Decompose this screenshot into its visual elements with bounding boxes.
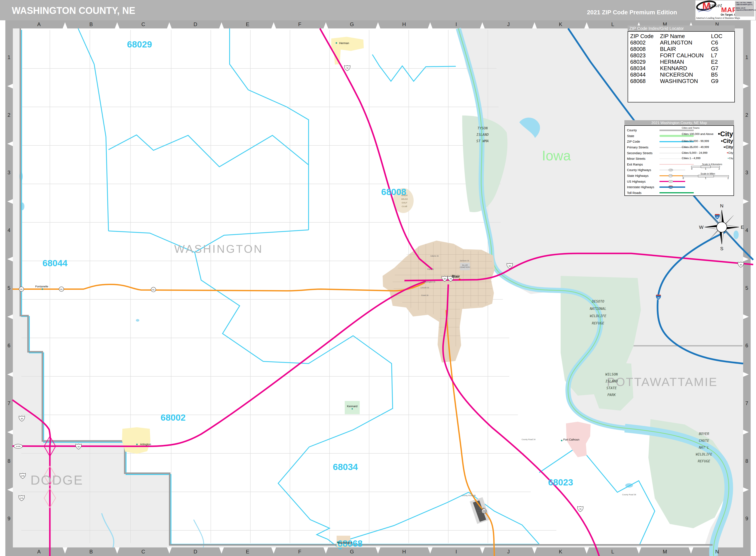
grid-label-top-E: E	[246, 22, 249, 27]
scale-mi-title: Scale in Miles	[683, 172, 733, 175]
table-row: 68002ARLINGTONC6	[630, 39, 732, 46]
zip-index-header: ZIP Code Index/Grid Locator	[628, 26, 735, 31]
table-row: 68068WASHINGTONG9	[630, 78, 732, 84]
ne-91-shield-icon: 91	[60, 288, 63, 290]
grid-label-right-8: 8	[745, 458, 748, 464]
grid-label-left-5: 5	[7, 285, 10, 291]
svg-text:CHUTE: CHUTE	[699, 439, 709, 443]
grid-label-top-L: L	[611, 22, 614, 27]
us-30-shield-icon: 30	[443, 278, 446, 280]
svg-text:Park St: Park St	[427, 268, 434, 270]
legend-panel: County State ZIP Code Primary Streets Se…	[624, 125, 734, 196]
grid-label-right-5: 5	[745, 285, 748, 291]
scale-km-title: Scale in Kilometers	[691, 163, 733, 166]
svg-text:Washington St: Washington St	[423, 281, 435, 283]
svg-text:REFUGE: REFUGE	[592, 321, 604, 325]
call-line2: 1-888-434-MAPS (6277)	[736, 4, 754, 6]
table-row: 68034KENNARDG7	[630, 65, 732, 71]
col-zip-name: ZIP Name	[660, 33, 711, 39]
svg-text:Arlington: Arlington	[140, 443, 151, 446]
svg-text:CEMETERY: CEMETERY	[460, 266, 470, 268]
svg-text:STATE: STATE	[606, 386, 617, 390]
grid-label-top-C: C	[141, 22, 145, 27]
call-line1: CALL US TOLL FREE!	[736, 2, 754, 4]
grid-label-bottom-H: H	[402, 549, 406, 555]
us-275-shield-icon: 275	[20, 497, 23, 499]
grid-label-right-3: 3	[745, 170, 748, 175]
arlington-area	[122, 427, 151, 454]
svg-text:Fort Calhoun: Fort Calhoun	[563, 438, 579, 441]
grid-label-top-J: J	[507, 22, 510, 27]
svg-text:ISLAND: ISLAND	[476, 133, 489, 137]
zip-label-68029: 68029	[127, 39, 152, 49]
svg-text:WILDS: WILDS	[401, 198, 408, 200]
zip-label-68002: 68002	[161, 413, 186, 423]
grid-label-top-A: A	[37, 22, 41, 27]
grid-label-top-H: H	[402, 22, 406, 27]
grid-label-top-G: G	[350, 22, 354, 27]
svg-text:N: N	[720, 203, 723, 209]
grid-label-bottom-F: F	[298, 549, 301, 555]
county-label-pottawattamie: POTTAWATTAMIE	[607, 375, 718, 388]
svg-text:MUNICIPAL: MUNICIPAL	[477, 509, 487, 512]
svg-text:DESOTO: DESOTO	[592, 300, 604, 304]
fort-calhoun-town-dot	[561, 440, 563, 441]
marketmaps-logo: M arket MAPS On Target. On Time. America…	[695, 0, 756, 20]
table-row: 68023FORT CALHOUNL7	[630, 52, 732, 59]
grid-label-bottom-C: C	[141, 549, 145, 555]
grid-label-top-D: D	[194, 22, 197, 27]
page-title: WASHINGTON COUNTY, NE	[12, 5, 135, 16]
svg-text:E: E	[741, 224, 744, 230]
svg-text:ISLAND: ISLAND	[605, 379, 618, 383]
grid-label-left-6: 6	[7, 343, 10, 348]
svg-text:Jackson St: Jackson St	[460, 259, 469, 262]
svg-text:W: W	[699, 224, 703, 230]
us-275-shield-icon: 275	[21, 475, 24, 477]
kennard-town-dot	[352, 408, 353, 410]
svg-text:PARK: PARK	[607, 393, 616, 397]
edition-label: 2021 ZIP Code Premium Edition	[587, 9, 677, 16]
svg-text:WILSON: WILSON	[605, 372, 618, 376]
us-30br-shield-icon: 30-BR	[16, 446, 21, 447]
svg-text:ST WMA: ST WMA	[476, 139, 489, 143]
svg-text:NAT'L: NAT'L	[699, 446, 709, 450]
zip-index-table: ZIP Code ZIP Name LOC 68002ARLINGTONC6 6…	[628, 31, 735, 102]
grid-label-right-2: 2	[745, 112, 748, 118]
svg-text:Grant St: Grant St	[421, 294, 428, 297]
table-row: 68029HERMANE2	[630, 59, 732, 65]
svg-text:Kennard: Kennard	[347, 405, 357, 408]
county-label-dodge: DODGE	[30, 473, 83, 487]
map-sheet: 75 30 75 30 91 91 91 30 30-BR 30 275 275…	[0, 0, 756, 556]
grid-label-top-B: B	[90, 22, 93, 27]
grid-label-left-9: 9	[7, 516, 10, 521]
fontanelle-town-dot	[42, 288, 43, 290]
blair-town-dot	[459, 279, 461, 281]
us-30-shield-icon: 30	[21, 417, 23, 420]
state-label-iowa: Iowa	[542, 148, 571, 163]
svg-text:GOLF: GOLF	[402, 202, 407, 204]
county-label-washington: WASHINGTON	[174, 243, 263, 255]
grid-label-left-8: 8	[7, 458, 10, 464]
grid-label-right-9: 9	[745, 516, 748, 521]
grid-label-top-I: I	[456, 22, 457, 27]
grid-label-bottom-N: N	[715, 549, 719, 555]
svg-text:WILDLIFE: WILDLIFE	[590, 314, 606, 318]
us-75-shield-icon: 75	[450, 278, 452, 280]
svg-text:County Road 34: County Road 34	[522, 439, 535, 441]
svg-text:BLAIR: BLAIR	[462, 264, 468, 266]
county-highway-shield-icon: 123	[668, 169, 673, 171]
title-bar: WASHINGTON COUNTY, NE 2021 ZIP Code Prem…	[0, 0, 756, 20]
grid-label-right-4: 4	[745, 227, 748, 233]
grid-label-left-1: 1	[7, 54, 10, 60]
us-75-shield-icon: 75	[346, 67, 349, 69]
i-29-shield-icon: 29	[657, 297, 659, 299]
svg-text:NATIONAL: NATIONAL	[590, 307, 606, 311]
us-30-shield-icon: 30	[740, 264, 742, 266]
contact-box: CALL US TOLL FREE! 1-888-434-MAPS (6277)…	[735, 1, 754, 16]
svg-text:Fontanelle: Fontanelle	[35, 285, 48, 288]
svg-text:CLUB: CLUB	[402, 205, 407, 207]
svg-text:BLAIR: BLAIR	[479, 507, 485, 509]
state-highway-shield-icon: 123	[668, 174, 672, 177]
grid-label-bottom-B: B	[90, 549, 93, 555]
grid-label-bottom-G: G	[350, 549, 354, 555]
